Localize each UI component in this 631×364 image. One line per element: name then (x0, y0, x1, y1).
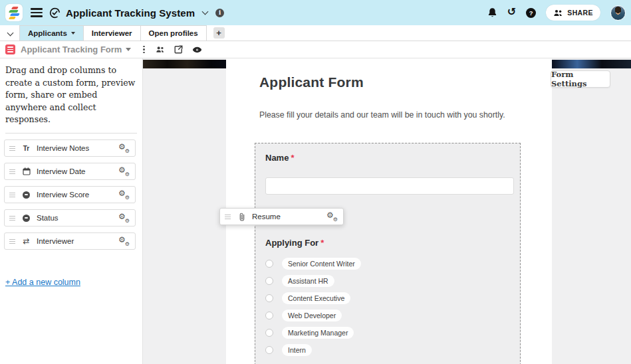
required-marker: * (291, 153, 294, 163)
tab-label: Interviewer (92, 29, 132, 37)
app-logo[interactable] (5, 4, 23, 21)
tab-interviewer[interactable]: Interviewer (83, 25, 141, 41)
export-share-icon[interactable] (174, 45, 183, 54)
column-card-status[interactable]: Status ⚙⚙ (4, 209, 136, 227)
share-button[interactable]: SHARE (546, 5, 600, 21)
sheet-list-chevron-icon[interactable] (0, 25, 20, 41)
column-label: Interviewer (37, 237, 74, 245)
column-card-interview-score[interactable]: Interview Score ⚙⚙ (4, 186, 136, 203)
radio-option-row: Web Developer (265, 310, 342, 321)
radio-button[interactable] (265, 294, 273, 302)
radio-option-label: Senior Content Writer (282, 258, 361, 270)
top-bar: Applicant Tracking System i ↺ ? SHARE (0, 0, 631, 25)
column-label: Interview Score (37, 191, 89, 199)
form-settings-button[interactable]: Form Settings (551, 70, 610, 88)
radio-option-row: Senior Content Writer (265, 258, 361, 270)
column-label: Interview Date (37, 167, 86, 175)
column-settings-gear-icon[interactable]: ⚙⚙ (118, 189, 129, 200)
people-icon (553, 9, 563, 17)
sidebar-description: Drag and drop columns to create a custom… (5, 64, 137, 126)
radio-option-label: Intern (282, 344, 312, 356)
app-window: Applicant Tracking System i ↺ ? SHARE Ap… (0, 0, 631, 364)
paperclip-icon (237, 213, 247, 221)
tab-applicants[interactable]: Applicants (19, 25, 84, 41)
column-settings-gear-icon[interactable]: ⚙⚙ (326, 211, 337, 222)
radio-option-label: Content Executive (282, 292, 350, 304)
form-name[interactable]: Applicant Tracking Form (21, 45, 122, 54)
tab-label: Applicants (28, 29, 67, 37)
tab-label: Open profiles (149, 29, 198, 37)
drag-handle-icon[interactable] (225, 215, 231, 219)
required-marker: * (320, 238, 324, 248)
column-label: Status (37, 214, 59, 222)
info-icon[interactable]: i (215, 9, 224, 17)
applying-for-label: Applying For* (265, 238, 324, 248)
form-drop-zone[interactable]: Name* Applying For* Senior Content Write… (255, 143, 521, 364)
radio-option-row: Assistant HR (265, 275, 334, 287)
radio-button[interactable] (265, 260, 273, 268)
drag-handle-icon[interactable] (9, 146, 15, 151)
radio-button[interactable] (265, 312, 273, 319)
form-builder-sidebar: Drag and drop columns to create a custom… (0, 58, 143, 364)
form-subtitle: Please fill your details and our team wi… (259, 110, 505, 120)
form-toolbar: Applicant Tracking Form (0, 41, 631, 58)
workspace-dropdown-chevron-icon[interactable] (202, 9, 209, 15)
link-record-icon: ⇄ (21, 237, 31, 245)
radio-option-label: Web Developer (282, 310, 342, 321)
share-button-label: SHARE (567, 9, 593, 17)
column-settings-gear-icon[interactable]: ⚙⚙ (118, 213, 129, 223)
rating-column-icon (21, 191, 31, 199)
notifications-bell-icon[interactable] (487, 7, 497, 18)
radio-button[interactable] (265, 346, 273, 354)
help-icon[interactable]: ? (526, 8, 536, 18)
column-settings-gear-icon[interactable]: ⚙⚙ (118, 166, 129, 177)
hamburger-menu-icon[interactable] (31, 8, 43, 17)
sheet-tab-bar: Applicants Interviewer Open profiles + (0, 25, 631, 41)
column-card-interview-date[interactable]: Interview Date ⚙⚙ (4, 163, 136, 180)
collaborators-icon[interactable] (156, 46, 165, 53)
check-circle-icon (49, 7, 61, 19)
drag-handle-icon[interactable] (9, 216, 15, 221)
tab-dropdown-caret-icon (71, 32, 75, 35)
radio-button[interactable] (265, 277, 273, 285)
preview-eye-icon[interactable] (192, 46, 202, 53)
radio-button[interactable] (265, 329, 273, 337)
drag-handle-icon[interactable] (9, 193, 15, 197)
column-settings-gear-icon[interactable]: ⚙⚙ (118, 236, 129, 246)
calendar-icon (21, 167, 31, 175)
add-new-column-link[interactable]: + Add a new column (5, 278, 80, 287)
radio-option-row: Intern (265, 344, 312, 356)
form-title: Applicant Form (259, 74, 364, 90)
radio-option-row: Marketing Manager (265, 327, 354, 339)
form-icon (5, 45, 15, 54)
radio-option-label: Assistant HR (282, 275, 334, 287)
column-card-interview-notes[interactable]: Tr Interview Notes ⚙⚙ (4, 139, 136, 157)
workspace-title: Applicant Tracking System (66, 7, 195, 19)
column-label: Interview Notes (37, 144, 89, 152)
tab-open-profiles[interactable]: Open profiles (140, 25, 207, 41)
form-name-caret-icon[interactable] (126, 48, 131, 51)
dragged-column-label: Resume (252, 213, 281, 221)
more-options-icon[interactable] (142, 45, 146, 55)
name-input[interactable] (265, 177, 514, 195)
drag-handle-icon[interactable] (9, 239, 15, 244)
column-settings-gear-icon[interactable]: ⚙⚙ (118, 143, 129, 153)
radio-option-label: Marketing Manager (282, 327, 354, 339)
add-sheet-button[interactable]: + (213, 27, 225, 39)
column-card-interviewer[interactable]: ⇄ Interviewer ⚙⚙ (4, 232, 136, 250)
divider (5, 133, 137, 134)
user-avatar[interactable] (610, 5, 626, 21)
dragged-column-card-resume[interactable]: Resume ⚙⚙ (219, 208, 344, 225)
radio-option-row: Content Executive (265, 292, 350, 304)
status-column-icon (21, 215, 31, 222)
drag-handle-icon[interactable] (9, 169, 15, 174)
history-icon[interactable]: ↺ (507, 7, 516, 17)
text-column-icon: Tr (21, 145, 31, 152)
name-field-label: Name* (265, 153, 294, 163)
form-preview-area: Applicant Form Please fill your details … (143, 58, 631, 364)
